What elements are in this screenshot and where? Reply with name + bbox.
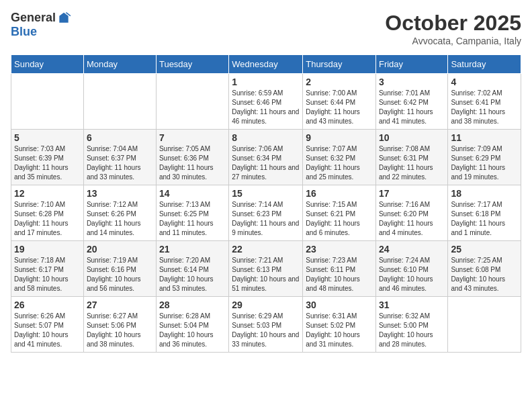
header-friday: Friday: [375, 55, 447, 74]
table-row: 23Sunrise: 7:23 AM Sunset: 6:11 PM Dayli…: [303, 241, 376, 297]
day-number: 23: [306, 244, 373, 255]
table-row: 27Sunrise: 6:27 AM Sunset: 5:06 PM Dayli…: [83, 297, 156, 353]
calendar-table: Sunday Monday Tuesday Wednesday Thursday…: [11, 54, 521, 353]
month-title: October 2025: [385, 11, 521, 36]
day-number: 19: [14, 244, 81, 255]
day-number: 8: [232, 132, 300, 143]
table-row: 28Sunrise: 6:28 AM Sunset: 5:04 PM Dayli…: [156, 297, 228, 353]
day-number: 27: [87, 300, 153, 310]
table-row: 17Sunrise: 7:16 AM Sunset: 6:20 PM Dayli…: [375, 185, 447, 241]
logo-icon: [57, 11, 71, 25]
day-info: Sunrise: 7:20 AM Sunset: 6:14 PM Dayligh…: [159, 256, 226, 293]
table-row: 6Sunrise: 7:04 AM Sunset: 6:37 PM Daylig…: [83, 130, 156, 185]
day-info: Sunrise: 6:32 AM Sunset: 5:00 PM Dayligh…: [379, 312, 445, 349]
table-row: 25Sunrise: 7:25 AM Sunset: 6:08 PM Dayli…: [448, 241, 521, 297]
day-info: Sunrise: 7:03 AM Sunset: 6:39 PM Dayligh…: [14, 144, 81, 182]
day-number: 28: [159, 300, 226, 310]
day-number: 10: [379, 132, 445, 143]
day-info: Sunrise: 7:09 AM Sunset: 6:29 PM Dayligh…: [451, 144, 518, 182]
day-number: 31: [379, 300, 445, 310]
page-header: General Blue October 2025 Avvocata, Camp…: [11, 11, 521, 46]
header-wednesday: Wednesday: [229, 55, 303, 74]
day-number: 1: [232, 77, 300, 87]
calendar-week-row: 5Sunrise: 7:03 AM Sunset: 6:39 PM Daylig…: [11, 130, 521, 185]
day-number: 14: [159, 188, 226, 199]
day-info: Sunrise: 6:59 AM Sunset: 6:46 PM Dayligh…: [232, 89, 300, 126]
table-row: 30Sunrise: 6:31 AM Sunset: 5:02 PM Dayli…: [303, 297, 376, 353]
day-number: 5: [14, 132, 81, 143]
day-info: Sunrise: 7:08 AM Sunset: 6:31 PM Dayligh…: [379, 144, 445, 182]
logo: General Blue: [11, 11, 71, 39]
day-info: Sunrise: 7:24 AM Sunset: 6:10 PM Dayligh…: [379, 256, 445, 293]
calendar-week-row: 26Sunrise: 6:26 AM Sunset: 5:07 PM Dayli…: [11, 297, 521, 353]
table-row: 26Sunrise: 6:26 AM Sunset: 5:07 PM Dayli…: [11, 297, 84, 353]
day-info: Sunrise: 7:19 AM Sunset: 6:16 PM Dayligh…: [87, 256, 153, 293]
location-subtitle: Avvocata, Campania, Italy: [385, 36, 521, 46]
day-number: 3: [379, 77, 445, 87]
table-row: 13Sunrise: 7:12 AM Sunset: 6:26 PM Dayli…: [83, 185, 156, 241]
day-info: Sunrise: 7:16 AM Sunset: 6:20 PM Dayligh…: [379, 200, 445, 238]
table-row: [156, 74, 228, 130]
table-row: [448, 297, 521, 353]
table-row: [83, 74, 156, 130]
day-info: Sunrise: 6:28 AM Sunset: 5:04 PM Dayligh…: [159, 312, 226, 349]
day-info: Sunrise: 7:01 AM Sunset: 6:42 PM Dayligh…: [379, 89, 445, 126]
day-info: Sunrise: 7:06 AM Sunset: 6:34 PM Dayligh…: [232, 144, 300, 182]
day-number: 4: [451, 77, 518, 87]
day-number: 24: [379, 244, 445, 255]
day-number: 15: [232, 188, 300, 199]
table-row: 4Sunrise: 7:02 AM Sunset: 6:41 PM Daylig…: [448, 74, 521, 130]
table-row: 19Sunrise: 7:18 AM Sunset: 6:17 PM Dayli…: [11, 241, 84, 297]
day-number: 11: [451, 132, 518, 143]
day-info: Sunrise: 6:26 AM Sunset: 5:07 PM Dayligh…: [14, 312, 81, 349]
day-number: 16: [306, 188, 373, 199]
table-row: [11, 74, 84, 130]
day-info: Sunrise: 7:00 AM Sunset: 6:44 PM Dayligh…: [306, 89, 373, 126]
day-number: 18: [451, 188, 518, 199]
day-number: 20: [87, 244, 153, 255]
table-row: 29Sunrise: 6:29 AM Sunset: 5:03 PM Dayli…: [229, 297, 303, 353]
day-info: Sunrise: 7:15 AM Sunset: 6:21 PM Dayligh…: [306, 200, 373, 238]
table-row: 22Sunrise: 7:21 AM Sunset: 6:13 PM Dayli…: [229, 241, 303, 297]
table-row: 24Sunrise: 7:24 AM Sunset: 6:10 PM Dayli…: [375, 241, 447, 297]
logo-general-text: General: [11, 11, 56, 25]
table-row: 1Sunrise: 6:59 AM Sunset: 6:46 PM Daylig…: [229, 74, 303, 130]
table-row: 12Sunrise: 7:10 AM Sunset: 6:28 PM Dayli…: [11, 185, 84, 241]
table-row: 10Sunrise: 7:08 AM Sunset: 6:31 PM Dayli…: [375, 130, 447, 185]
day-info: Sunrise: 6:29 AM Sunset: 5:03 PM Dayligh…: [232, 312, 300, 349]
day-info: Sunrise: 7:13 AM Sunset: 6:25 PM Dayligh…: [159, 200, 226, 238]
day-number: 17: [379, 188, 445, 199]
day-info: Sunrise: 7:17 AM Sunset: 6:18 PM Dayligh…: [451, 200, 518, 238]
day-info: Sunrise: 7:12 AM Sunset: 6:26 PM Dayligh…: [87, 200, 153, 238]
title-section: October 2025 Avvocata, Campania, Italy: [385, 11, 521, 46]
header-sunday: Sunday: [11, 55, 84, 74]
header-saturday: Saturday: [448, 55, 521, 74]
calendar-week-row: 12Sunrise: 7:10 AM Sunset: 6:28 PM Dayli…: [11, 185, 521, 241]
day-number: 12: [14, 188, 81, 199]
day-info: Sunrise: 6:31 AM Sunset: 5:02 PM Dayligh…: [306, 312, 373, 349]
day-info: Sunrise: 7:05 AM Sunset: 6:36 PM Dayligh…: [159, 144, 226, 182]
day-info: Sunrise: 7:04 AM Sunset: 6:37 PM Dayligh…: [87, 144, 153, 182]
header-tuesday: Tuesday: [156, 55, 228, 74]
day-number: 29: [232, 300, 300, 310]
day-number: 9: [306, 132, 373, 143]
table-row: 16Sunrise: 7:15 AM Sunset: 6:21 PM Dayli…: [303, 185, 376, 241]
day-info: Sunrise: 6:27 AM Sunset: 5:06 PM Dayligh…: [87, 312, 153, 349]
table-row: 11Sunrise: 7:09 AM Sunset: 6:29 PM Dayli…: [448, 130, 521, 185]
table-row: 8Sunrise: 7:06 AM Sunset: 6:34 PM Daylig…: [229, 130, 303, 185]
table-row: 14Sunrise: 7:13 AM Sunset: 6:25 PM Dayli…: [156, 185, 228, 241]
table-row: 15Sunrise: 7:14 AM Sunset: 6:23 PM Dayli…: [229, 185, 303, 241]
table-row: 20Sunrise: 7:19 AM Sunset: 6:16 PM Dayli…: [83, 241, 156, 297]
day-info: Sunrise: 7:10 AM Sunset: 6:28 PM Dayligh…: [14, 200, 81, 238]
header-thursday: Thursday: [303, 55, 376, 74]
day-number: 26: [14, 300, 81, 310]
day-info: Sunrise: 7:07 AM Sunset: 6:32 PM Dayligh…: [306, 144, 373, 182]
table-row: 31Sunrise: 6:32 AM Sunset: 5:00 PM Dayli…: [375, 297, 447, 353]
table-row: 9Sunrise: 7:07 AM Sunset: 6:32 PM Daylig…: [303, 130, 376, 185]
table-row: 18Sunrise: 7:17 AM Sunset: 6:18 PM Dayli…: [448, 185, 521, 241]
day-number: 6: [87, 132, 153, 143]
day-number: 30: [306, 300, 373, 310]
day-number: 7: [159, 132, 226, 143]
table-row: 5Sunrise: 7:03 AM Sunset: 6:39 PM Daylig…: [11, 130, 84, 185]
day-number: 21: [159, 244, 226, 255]
